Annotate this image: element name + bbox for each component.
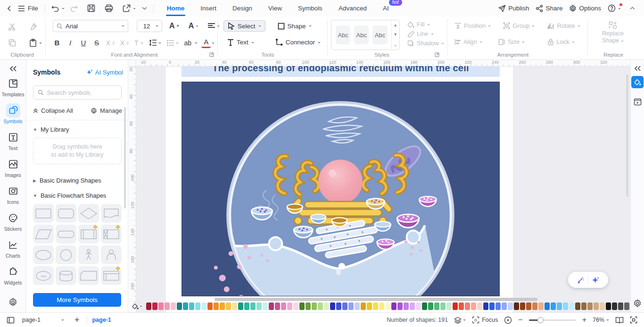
diagram-title-band[interactable]: The processing of endoplasmic reticulum …	[182, 66, 500, 77]
style-tile[interactable]: Abc	[354, 25, 369, 44]
color-swatch[interactable]	[569, 302, 574, 310]
color-swatch[interactable]	[312, 302, 317, 310]
zoom-slider[interactable]	[529, 319, 576, 321]
color-swatch[interactable]	[305, 302, 311, 310]
fill-style-panel-button[interactable]	[631, 76, 644, 88]
color-swatch[interactable]	[324, 302, 329, 310]
zoom-out-button[interactable]: −	[518, 316, 522, 324]
cell-diagram[interactable]	[182, 82, 500, 296]
page-panel-icon[interactable]	[7, 317, 15, 324]
color-swatch[interactable]	[361, 302, 366, 310]
symbol-internal-storage[interactable]	[101, 225, 122, 243]
color-swatch[interactable]	[293, 302, 298, 310]
present-button[interactable]	[504, 316, 512, 324]
symbol-document[interactable]	[101, 204, 122, 223]
color-swatch[interactable]	[330, 302, 335, 310]
cut-button[interactable]	[6, 21, 19, 33]
help-button[interactable]	[608, 4, 621, 12]
symbol-decision[interactable]	[78, 204, 99, 223]
color-swatch[interactable]	[465, 302, 470, 310]
decrease-font-button[interactable]: A−	[186, 20, 201, 32]
basic-flowchart-section-header[interactable]: ▼Basic Flowchart Shapes	[33, 192, 106, 199]
left-rail-settings-icon[interactable]	[8, 293, 17, 312]
quick-access-chevron-icon[interactable]	[140, 2, 149, 15]
export-dropdown-caret[interactable]	[133, 8, 136, 11]
color-swatch[interactable]	[226, 302, 231, 310]
panel-scrollbar[interactable]	[124, 107, 126, 209]
text-style-button[interactable]: T	[132, 38, 146, 48]
color-swatch[interactable]	[336, 302, 341, 310]
symbol-process[interactable]	[33, 204, 54, 223]
color-swatch[interactable]	[232, 302, 237, 310]
shadow-button[interactable]: Shadow	[407, 40, 444, 47]
superscript-button[interactable]: X2	[104, 38, 117, 48]
basic-drawing-section-header[interactable]: ▶Basic Drawing Shapes	[33, 177, 101, 184]
back-icon[interactable]	[4, 2, 15, 15]
collapse-all-button[interactable]: Collapse All	[33, 107, 73, 114]
symbols-search-box[interactable]	[33, 85, 122, 100]
lock-button[interactable]: Lock	[547, 38, 574, 45]
my-library-section-header[interactable]: ▼My Library	[33, 126, 69, 133]
align-button[interactable]	[206, 22, 222, 30]
color-swatch[interactable]	[373, 302, 378, 310]
undo-button[interactable]	[49, 2, 62, 15]
color-swatch[interactable]	[299, 302, 305, 310]
increase-font-button[interactable]: A+	[167, 20, 182, 32]
color-swatch[interactable]	[575, 302, 580, 310]
color-swatch[interactable]	[502, 302, 507, 310]
italic-button[interactable]: I	[64, 37, 76, 48]
color-swatch[interactable]	[275, 302, 280, 310]
sidebar-item-text[interactable]: Text	[0, 127, 26, 154]
color-swatch[interactable]	[238, 302, 243, 310]
options-button[interactable]: Options	[569, 5, 601, 12]
color-swatch[interactable]	[214, 302, 219, 310]
file-menu-button[interactable]: File	[15, 5, 41, 12]
publish-button[interactable]: Publish	[498, 5, 529, 12]
underline-button[interactable]: U	[77, 37, 90, 48]
size-button[interactable]: Size	[498, 38, 525, 45]
replace-shape-button[interactable]: ReplaceShape	[602, 30, 624, 44]
color-swatch[interactable]	[207, 302, 213, 310]
sidebar-item-icons[interactable]: Icons	[0, 181, 26, 208]
tab-advanced[interactable]: Advanced	[338, 1, 368, 16]
color-swatch[interactable]	[514, 302, 519, 310]
text-tool-button[interactable]: Text	[223, 37, 263, 47]
layers-button[interactable]	[454, 317, 466, 324]
color-swatch[interactable]	[594, 302, 599, 310]
color-swatch[interactable]	[391, 302, 396, 310]
color-swatch[interactable]	[269, 302, 274, 310]
page-view-button[interactable]	[615, 317, 624, 324]
select-tool-button[interactable]: Select	[223, 20, 265, 32]
bold-button[interactable]: B	[51, 37, 63, 48]
color-swatch[interactable]	[379, 302, 384, 310]
color-swatch[interactable]	[183, 302, 188, 310]
bullet-list-button[interactable]	[165, 39, 181, 47]
color-swatch[interactable]	[146, 302, 151, 310]
color-swatch[interactable]	[152, 302, 157, 310]
add-page-button[interactable]: +	[72, 315, 83, 325]
canvas-area[interactable]: -200204060801001201401601802002202402602…	[128, 60, 630, 312]
color-swatch[interactable]	[250, 302, 256, 310]
color-swatch[interactable]	[422, 302, 427, 310]
color-swatch[interactable]	[410, 302, 415, 310]
tab-symbols[interactable]: Symbols	[297, 1, 323, 16]
share-button[interactable]: Share	[536, 5, 562, 12]
sidebar-item-symbols[interactable]: Symbols	[0, 101, 26, 127]
color-swatch[interactable]	[404, 302, 409, 310]
undo-dropdown-caret[interactable]	[62, 8, 65, 11]
color-swatch[interactable]	[287, 302, 292, 310]
focus-button[interactable]: D Focus	[472, 316, 498, 324]
color-swatch[interactable]	[367, 302, 372, 310]
color-swatch[interactable]	[545, 302, 550, 310]
color-swatch[interactable]	[453, 302, 458, 310]
sidebar-item-templates[interactable]: Templates	[0, 74, 26, 101]
color-swatch[interactable]	[189, 302, 194, 310]
color-swatch[interactable]	[581, 302, 586, 310]
manage-button[interactable]: Manage	[91, 107, 122, 114]
style-tile[interactable]: Abc	[372, 25, 387, 44]
color-swatch[interactable]	[489, 302, 495, 310]
symbol-lined-rect[interactable]	[101, 266, 122, 285]
color-swatch[interactable]	[526, 302, 531, 310]
color-swatch[interactable]	[342, 302, 347, 310]
line-spacing-button[interactable]	[147, 38, 164, 47]
